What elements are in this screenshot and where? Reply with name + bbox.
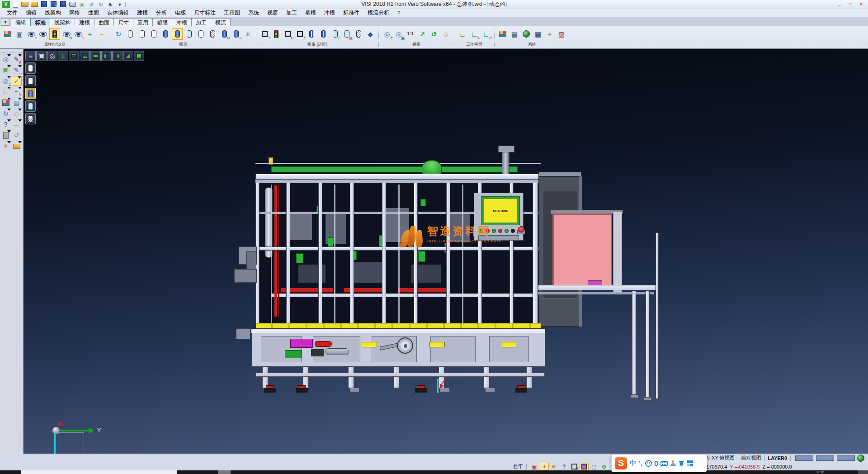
undo-grey-icon[interactable]: ↺	[12, 130, 22, 140]
navigate-wheel-icon[interactable]: ✳	[1, 141, 11, 151]
show-entities-icon[interactable]: +	[26, 28, 37, 40]
regenerate-icon[interactable]: ↻	[1, 109, 11, 118]
sogou-logo[interactable]: S	[615, 457, 627, 469]
attributes-icon[interactable]	[2, 28, 13, 40]
sidebar-grip[interactable]	[1, 50, 22, 52]
viewport-3d-canvas[interactable]: ≡▣◎⊥	[24, 49, 868, 454]
save-copy-icon[interactable]: ↑	[59, 1, 67, 8]
ime-keyboard-icon[interactable]	[660, 461, 668, 466]
measure-icon[interactable]: ↔	[12, 119, 22, 129]
hatched-shade-icon[interactable]	[25, 113, 36, 124]
filter-render-cubes-icon[interactable]	[271, 28, 282, 40]
tab-standard[interactable]: 标准	[30, 18, 50, 26]
view-top-cube-icon[interactable]	[69, 51, 79, 61]
help-icon[interactable]: ?	[1, 119, 11, 129]
system-globe-icon[interactable]	[856, 455, 865, 462]
save-icon[interactable]	[40, 1, 48, 8]
view-front-cube-icon[interactable]	[90, 51, 101, 61]
zoom-scale-icon[interactable]: ◎±	[1, 76, 11, 86]
menu-modeling[interactable]: 建模	[133, 9, 152, 17]
zoom-window-icon[interactable]: ◎▣	[393, 28, 404, 40]
hide-entities-icon[interactable]: −	[38, 28, 48, 40]
tab-wireframe[interactable]: 线架构	[50, 18, 75, 26]
render-settings-icon[interactable]: ✳	[242, 28, 253, 40]
profiles-window-icon[interactable]: ▦	[533, 28, 543, 40]
view-back-cube-icon[interactable]	[101, 51, 112, 61]
menu-help[interactable]: ?	[393, 9, 405, 17]
view-left-cube-icon[interactable]	[112, 51, 123, 61]
workplane-create-icon[interactable]: ∟	[457, 28, 468, 40]
tab-modeling[interactable]: 建模	[75, 18, 94, 26]
menu-drafting[interactable]: 工程图	[220, 9, 244, 17]
new-document-icon[interactable]	[11, 1, 19, 8]
grab-options-icon[interactable]: +	[544, 28, 555, 40]
zoom-limits-icon[interactable]: ◎±	[382, 28, 392, 40]
color-swatch[interactable]	[795, 455, 813, 461]
color-swatch[interactable]	[816, 455, 834, 461]
view-right-cube-icon[interactable]	[123, 51, 133, 61]
hide-all-icon[interactable]: −	[96, 28, 107, 40]
flat-cylinder-icon[interactable]	[195, 28, 206, 40]
regen-graphics-icon[interactable]: ↻	[113, 28, 124, 40]
view-bottom-cube-icon[interactable]	[80, 51, 90, 61]
add-point-icon[interactable]: ⊕	[599, 463, 609, 470]
tab-edit[interactable]: 编辑	[11, 18, 31, 26]
taskbar-app-segment[interactable]	[21, 470, 177, 474]
validate-cylinder-icon[interactable]: ✓	[330, 28, 340, 40]
magic-wand-icon[interactable]: ✶	[540, 463, 549, 470]
shaded-edges-cylinder-icon[interactable]	[172, 28, 183, 40]
filter-traffic-light-icon[interactable]	[49, 28, 60, 40]
confirm-icon[interactable]: ✓	[12, 76, 22, 86]
lock-toggle[interactable]: 拴牢	[513, 463, 523, 470]
maximize-button[interactable]: □	[845, 1, 855, 8]
ime-account-icon[interactable]	[670, 460, 676, 466]
taskbar-segment[interactable]	[218, 470, 231, 474]
section-cylinder-alt-icon[interactable]	[318, 28, 329, 40]
menu-wireframe[interactable]: 线架构	[41, 9, 65, 17]
close-button[interactable]: ✕	[856, 1, 866, 8]
rotate-view-icon[interactable]: ↺	[429, 28, 439, 40]
snapshot-cylinder-icon[interactable]: ▣	[341, 28, 352, 40]
workplane-align-icon[interactable]: ∟↗	[481, 28, 491, 40]
window-mode-icon[interactable]: ▢	[590, 463, 599, 470]
tab-machining[interactable]: 加工	[191, 18, 211, 26]
hide-dynamic-icon[interactable]: ✗	[570, 463, 579, 470]
menu-mesh[interactable]: 网格	[65, 9, 84, 17]
edit-curve-icon[interactable]: ✎~	[12, 65, 22, 75]
open-image-icon[interactable]	[12, 141, 22, 151]
shaded-shade-icon[interactable]	[25, 88, 36, 99]
layer-field[interactable]: LAYER0	[768, 455, 787, 461]
ime-punctuation-icon[interactable]: ’,	[639, 460, 642, 467]
tab-flow[interactable]: 模流	[211, 18, 231, 26]
toggle-visibility-icon[interactable]: ±	[73, 28, 84, 40]
print-preview-icon[interactable]: ◎	[78, 1, 86, 8]
menu-progress[interactable]: 冲模	[320, 9, 339, 17]
macro-icon[interactable]: ♞	[106, 1, 114, 8]
menu-standard-parts[interactable]: 标准件	[339, 9, 363, 17]
zoom-actual-icon[interactable]: 1:1	[405, 28, 416, 40]
tab-progress[interactable]: 冲模	[172, 18, 192, 26]
menu-analysis[interactable]: 分析	[152, 9, 171, 17]
tab-surface[interactable]: 曲面	[94, 18, 114, 26]
spline-edit-icon[interactable]: ~✎	[12, 87, 22, 97]
grid-plane-icon[interactable]: ▨	[556, 28, 567, 40]
ime-voice-icon[interactable]	[655, 461, 658, 466]
insert-model-icon[interactable]: +	[30, 1, 38, 8]
section-cylinder-icon[interactable]	[306, 28, 317, 40]
undo-icon[interactable]: ↺	[87, 1, 95, 8]
dashed-cylinder-icon[interactable]	[148, 28, 159, 40]
color-swatch[interactable]	[837, 455, 855, 461]
observer-icon[interactable]: ☺	[440, 28, 451, 40]
viewport-menu-icon[interactable]: ≡	[25, 51, 36, 61]
menu-dimension[interactable]: 尺寸标注	[190, 9, 220, 17]
ime-language-icon[interactable]: 中	[630, 459, 636, 467]
hidden-line-shade-icon[interactable]	[25, 75, 36, 86]
ime-skin-icon[interactable]	[679, 461, 684, 466]
ime-emoji-icon[interactable]	[645, 460, 652, 467]
save-as-icon[interactable]: ✎	[49, 1, 57, 8]
menu-edit[interactable]: 编辑	[22, 9, 41, 17]
print-icon[interactable]	[68, 1, 76, 8]
hidden-line-cylinder-icon[interactable]	[137, 28, 147, 40]
view-axes-icon[interactable]: ⊥	[58, 51, 68, 61]
refresh-visibility-icon[interactable]: ↻	[61, 28, 72, 40]
